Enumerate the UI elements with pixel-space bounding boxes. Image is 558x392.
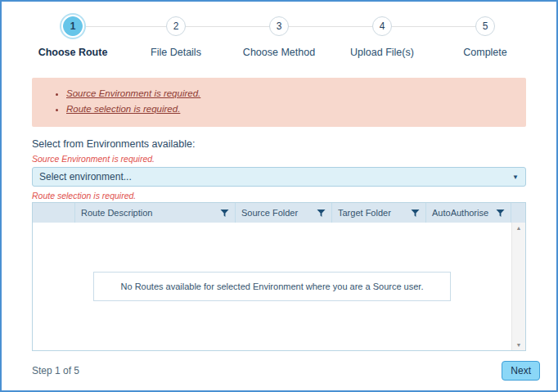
wizard-window: 1 Choose Route 2 File Details 3 Choose M… <box>0 0 558 392</box>
empty-routes-message: No Routes available for selected Environ… <box>93 272 451 301</box>
filter-icon[interactable] <box>317 209 326 218</box>
environment-select-value: Select environment... <box>39 171 132 182</box>
environments-label: Select from Environments available: <box>32 138 526 150</box>
scroll-down-icon[interactable]: ▼ <box>516 342 522 348</box>
validation-error-link-source-environment[interactable]: Source Environment is required. <box>66 88 200 98</box>
source-environment-field-error: Source Environment is required. <box>32 154 526 164</box>
column-header-source-folder[interactable]: Source Folder <box>236 203 332 223</box>
column-header-label: Source Folder <box>241 208 298 218</box>
column-header-autoauthorise[interactable]: AutoAuthorise <box>426 203 511 223</box>
routes-table-empty-area: No Routes available for selected Environ… <box>33 223 511 350</box>
step-5-complete[interactable]: 5 Complete <box>434 16 537 58</box>
route-selection-field-error: Route selection is required. <box>32 191 526 201</box>
step-5-circle: 5 <box>475 16 495 36</box>
validation-error-item: Source Environment is required. <box>66 86 515 101</box>
step-5-label: Complete <box>463 47 507 58</box>
step-4-upload-files[interactable]: 4 Upload File(s) <box>331 16 434 58</box>
stepper: 1 Choose Route 2 File Details 3 Choose M… <box>2 2 556 58</box>
validation-error-item: Route selection is required. <box>66 101 515 117</box>
routes-table-body: No Routes available for selected Environ… <box>33 223 525 350</box>
next-button[interactable]: Next <box>502 361 540 381</box>
validation-summary: Source Environment is required. Route se… <box>32 78 526 127</box>
step-2-circle: 2 <box>166 16 186 36</box>
step-3-label: Choose Method <box>243 47 315 58</box>
table-scrollbar[interactable]: ▲ ▼ <box>511 223 525 350</box>
filter-icon[interactable] <box>220 209 229 218</box>
column-header-target-folder[interactable]: Target Folder <box>332 203 426 223</box>
chevron-down-icon: ▼ <box>512 173 519 181</box>
column-header-scroll-gap <box>511 203 525 223</box>
column-header-label: Target Folder <box>338 208 391 218</box>
step-3-circle: 3 <box>269 16 289 36</box>
filter-icon[interactable] <box>496 209 505 218</box>
validation-error-list: Source Environment is required. Route se… <box>66 86 515 117</box>
step-3-choose-method[interactable]: 3 Choose Method <box>227 16 331 58</box>
step-4-circle: 4 <box>372 16 392 36</box>
filter-icon[interactable] <box>411 209 420 218</box>
environment-select[interactable]: Select environment... ▼ <box>32 167 526 187</box>
column-header-label: Route Description <box>81 208 152 218</box>
step-1-choose-route[interactable]: 1 Choose Route <box>21 16 124 58</box>
step-2-label: File Details <box>151 47 201 58</box>
step-1-label: Choose Route <box>38 47 108 58</box>
step-2-file-details[interactable]: 2 File Details <box>124 16 227 58</box>
column-header-select <box>33 203 75 223</box>
step-indicator: Step 1 of 5 <box>32 365 79 376</box>
routes-table-header: Route Description Source Folder Target F… <box>33 203 525 223</box>
step-4-label: Upload File(s) <box>350 47 414 58</box>
routes-table: Route Description Source Folder Target F… <box>32 202 526 351</box>
column-header-route-description[interactable]: Route Description <box>75 203 236 223</box>
wizard-footer: Step 1 of 5 Next <box>2 361 556 381</box>
scroll-up-icon[interactable]: ▲ <box>516 225 522 231</box>
validation-error-link-route-selection[interactable]: Route selection is required. <box>66 104 180 114</box>
step-1-circle: 1 <box>63 16 83 36</box>
column-header-label: AutoAuthorise <box>432 208 488 218</box>
